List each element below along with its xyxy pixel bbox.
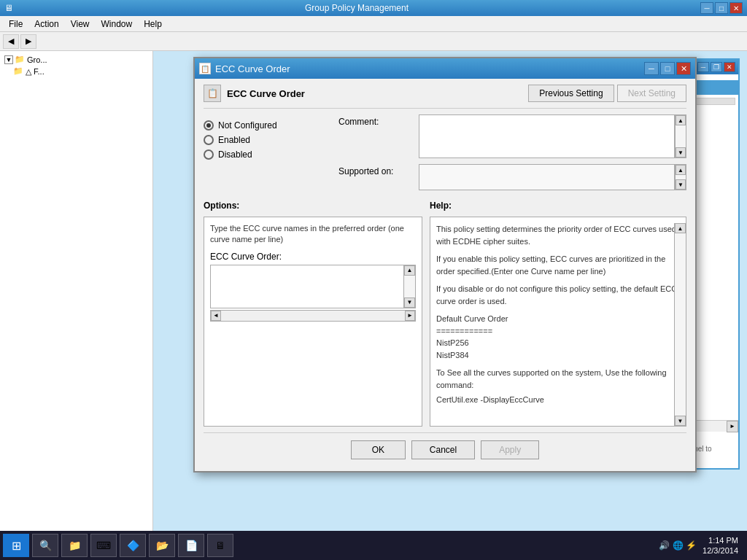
policy-heading: ECC Curve Order bbox=[227, 88, 305, 99]
start-button[interactable]: ⊞ bbox=[3, 534, 29, 557]
menu-file[interactable]: File bbox=[3, 18, 28, 31]
ecc-curve-order-dialog: 📋 ECC Curve Order ─ □ ✕ 📋 ECC Curve Orde… bbox=[193, 57, 697, 472]
curve-order-label: ECC Curve Order: bbox=[210, 252, 416, 262]
main-window-controls: ─ □ ✕ bbox=[700, 2, 743, 14]
toolbar-back-btn[interactable]: ◀ bbox=[3, 34, 19, 49]
modal-maximize-btn[interactable]: □ bbox=[660, 62, 675, 75]
folder-icon: 📁 bbox=[15, 55, 25, 65]
main-maximize-btn[interactable]: □ bbox=[715, 2, 728, 14]
cancel-button[interactable]: Cancel bbox=[411, 440, 475, 459]
prev-setting-btn[interactable]: Previous Setting bbox=[528, 85, 614, 102]
modal-overlay: 📋 ECC Curve Order ─ □ ✕ 📋 ECC Curve Orde… bbox=[153, 51, 747, 531]
modal-titlebar: 📋 ECC Curve Order ─ □ ✕ bbox=[195, 58, 695, 79]
supported-label: Supported on: bbox=[338, 164, 419, 176]
policy-icon: 📋 bbox=[204, 85, 221, 102]
taskbar-gpo[interactable]: 🖥 bbox=[207, 534, 233, 557]
supported-textarea[interactable] bbox=[419, 164, 675, 190]
help-p2: If you enable this policy setting, ECC c… bbox=[436, 253, 680, 277]
comment-scroll-up[interactable]: ▲ bbox=[676, 115, 686, 125]
curve-scroll-right[interactable]: ► bbox=[405, 311, 415, 321]
radio-disabled-circle[interactable] bbox=[204, 149, 214, 160]
toolbar-forward-btn[interactable]: ▶ bbox=[20, 34, 36, 49]
radio-disabled-label: Disabled bbox=[218, 149, 252, 160]
radio-not-configured-circle[interactable] bbox=[204, 120, 214, 131]
taskbar-time: 1:14 PM 12/3/2014 bbox=[703, 535, 738, 556]
sidebar: ▼ 📁 Gro... 📁 △ F... bbox=[0, 51, 153, 531]
radio-enabled-label: Enabled bbox=[218, 135, 250, 145]
modal-title: ECC Curve Order bbox=[215, 63, 290, 74]
bottom-buttons: OK Cancel Apply bbox=[204, 432, 686, 465]
apply-button[interactable]: Apply bbox=[481, 440, 539, 459]
ok-button[interactable]: OK bbox=[351, 440, 406, 459]
help-text-area: This policy setting determines the prior… bbox=[436, 223, 680, 420]
help-scroll-up[interactable]: ▲ bbox=[675, 223, 686, 233]
modal-minimize-btn[interactable]: ─ bbox=[644, 62, 659, 75]
modal-title-left: 📋 ECC Curve Order bbox=[199, 63, 290, 74]
menu-view[interactable]: View bbox=[65, 18, 96, 31]
curve-h-scrollbar: ◄ ► bbox=[210, 310, 416, 322]
toolbar: ◀ ▶ bbox=[0, 32, 747, 51]
supported-scroll-down[interactable]: ▼ bbox=[676, 179, 686, 190]
main-area: ▼ 📁 Gro... 📁 △ F... GP... ─ ❐ ✕ bbox=[0, 51, 747, 531]
curve-scroll-down[interactable]: ▼ bbox=[404, 298, 415, 308]
help-p1: This policy setting determines the prior… bbox=[436, 223, 680, 247]
menu-help[interactable]: Help bbox=[138, 18, 168, 31]
taskbar-search[interactable]: 🔍 bbox=[32, 534, 58, 557]
modal-controls: ─ □ ✕ bbox=[644, 62, 691, 75]
curve-order-textarea[interactable] bbox=[211, 265, 403, 308]
curve-scroll-up[interactable]: ▲ bbox=[404, 265, 415, 276]
help-scroll-down[interactable]: ▼ bbox=[675, 416, 686, 426]
help-p7: NistP384 bbox=[436, 349, 680, 362]
options-desc: Type the ECC curve names in the preferre… bbox=[210, 223, 416, 246]
help-p4: Default Curve Order bbox=[436, 313, 680, 325]
radio-enabled-circle[interactable] bbox=[204, 135, 214, 145]
radio-enabled[interactable]: Enabled bbox=[204, 135, 338, 145]
options-panel: Type the ECC curve names in the preferre… bbox=[204, 217, 422, 427]
main-title: Group Policy Management bbox=[13, 3, 700, 13]
comment-row: Comment: ▲ ▼ bbox=[338, 114, 686, 158]
radio-section: Not Configured Enabled Disabled bbox=[204, 114, 338, 196]
expand-icon[interactable]: ▼ bbox=[4, 55, 13, 64]
taskbar-file-explorer[interactable]: 📁 bbox=[61, 534, 88, 557]
radio-disabled[interactable]: Disabled bbox=[204, 149, 338, 160]
content-area: GP... ─ ❐ ✕ ► Go to System in Control Pa… bbox=[153, 51, 747, 531]
sidebar-item-forest-label: △ F... bbox=[26, 67, 44, 77]
sidebar-item-forest[interactable]: 📁 △ F... bbox=[3, 66, 150, 77]
taskbar-explorer2[interactable]: 📂 bbox=[149, 534, 175, 557]
supported-scroll-up[interactable]: ▲ bbox=[676, 165, 686, 175]
taskbar-right: 🔊 🌐 ⚡ 1:14 PM 12/3/2014 bbox=[659, 535, 744, 556]
next-setting-btn[interactable]: Next Setting bbox=[617, 85, 686, 102]
comment-scroll-down[interactable]: ▼ bbox=[676, 147, 686, 158]
taskbar-docs[interactable]: 📄 bbox=[178, 534, 204, 557]
comment-textarea[interactable] bbox=[419, 114, 675, 158]
menu-action[interactable]: Action bbox=[28, 18, 64, 31]
main-minimize-btn[interactable]: ─ bbox=[700, 2, 713, 14]
radio-not-configured-label: Not Configured bbox=[218, 120, 277, 131]
taskbar: ⊞ 🔍 📁 ⌨ 🔷 📂 📄 🖥 🔊 🌐 ⚡ 1:14 PM 12/3/2014 bbox=[0, 531, 747, 560]
taskbar-powershell[interactable]: 🔷 bbox=[120, 534, 146, 557]
menu-window[interactable]: Window bbox=[96, 18, 139, 31]
sidebar-item-gpo[interactable]: ▼ 📁 Gro... bbox=[3, 54, 150, 66]
help-p3: If you disable or do not configure this … bbox=[436, 283, 680, 307]
options-header: Options: bbox=[204, 201, 239, 211]
help-p6: NistP256 bbox=[436, 337, 680, 349]
supported-row: Supported on: ▲ ▼ bbox=[338, 164, 686, 190]
modal-body: 📋 ECC Curve Order Previous Setting Next … bbox=[195, 79, 695, 471]
main-close-btn[interactable]: ✕ bbox=[729, 2, 743, 14]
modal-icon: 📋 bbox=[199, 63, 211, 74]
taskbar-cmd[interactable]: ⌨ bbox=[90, 534, 117, 557]
help-header: Help: bbox=[430, 201, 452, 211]
curve-scroll-left[interactable]: ◄ bbox=[211, 311, 221, 321]
comment-scrollbar: ▲ ▼ bbox=[675, 114, 686, 158]
help-text: This policy setting determines the prior… bbox=[436, 223, 680, 406]
radio-not-configured[interactable]: Not Configured bbox=[204, 120, 338, 131]
lower-section: Type the ECC curve names in the preferre… bbox=[204, 217, 686, 427]
modal-close-btn[interactable]: ✕ bbox=[676, 62, 691, 75]
help-p8: To See all the curves supported on the s… bbox=[436, 367, 680, 391]
menu-bar: File Action View Window Help bbox=[0, 16, 747, 32]
fields-section: Comment: ▲ ▼ bbox=[338, 114, 686, 196]
help-scrollbar: ▲ ▼ bbox=[674, 223, 686, 426]
sidebar-item-gpo-label: Gro... bbox=[27, 55, 47, 64]
curve-textarea-wrap: ▲ ▼ bbox=[210, 265, 416, 308]
taskbar-icons: 🔊 🌐 ⚡ bbox=[659, 540, 697, 551]
